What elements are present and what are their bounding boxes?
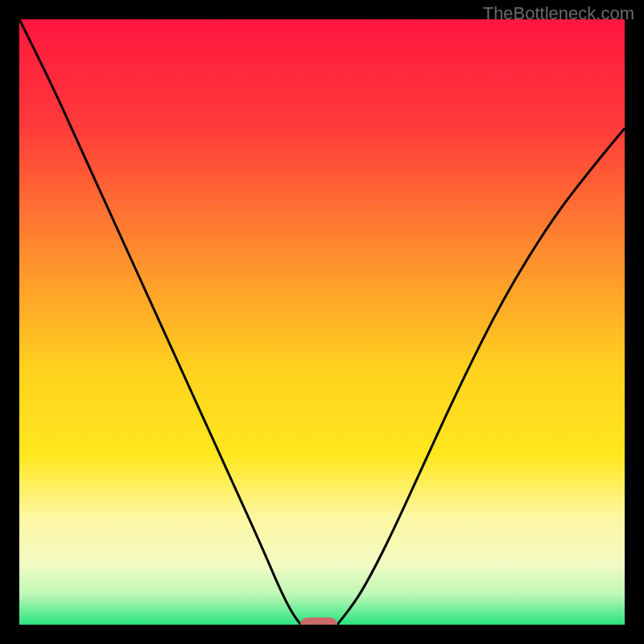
chart-svg	[19, 19, 625, 625]
plot-area	[19, 19, 625, 625]
chart-background	[19, 19, 625, 625]
notch-marker	[300, 617, 337, 625]
watermark-text: TheBottleneck.com	[483, 3, 634, 24]
